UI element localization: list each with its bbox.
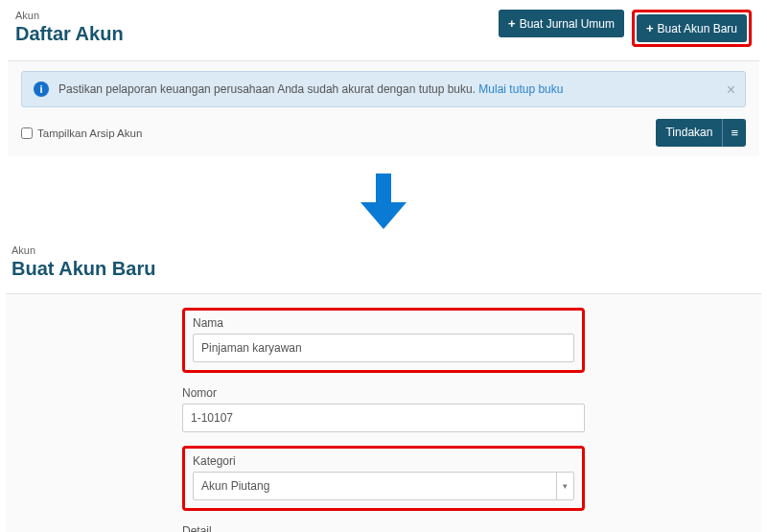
nomor-field-group: Nomor <box>182 386 585 432</box>
page-title: Daftar Akun <box>15 23 124 45</box>
close-icon[interactable]: × <box>727 81 735 99</box>
new-journal-label: Buat Jurnal Umum <box>520 17 615 31</box>
nama-input[interactable] <box>193 334 574 362</box>
archive-label-text: Tampilkan Arsip Akun <box>37 127 142 139</box>
alert-link[interactable]: Mulai tutup buku <box>478 82 563 96</box>
kategori-field-group: Kategori Akun Piutang ▾ <box>182 446 585 511</box>
chevron-down-icon: ▾ <box>556 473 573 499</box>
archive-checkbox[interactable] <box>21 127 33 139</box>
plus-icon: + <box>646 21 654 35</box>
new-account-label: Buat Akun Baru <box>658 22 737 35</box>
nomor-label: Nomor <box>182 386 585 400</box>
alert-text: Pastikan pelaporan keuangan perusahaan A… <box>58 82 476 96</box>
kategori-label: Kategori <box>193 454 574 468</box>
nomor-input[interactable] <box>182 404 585 432</box>
action-dropdown-button[interactable]: Tindakan ≡ <box>656 119 746 147</box>
breadcrumb-form: Akun <box>12 244 755 256</box>
kategori-value: Akun Piutang <box>201 479 269 493</box>
hamburger-icon: ≡ <box>722 119 746 147</box>
plus-icon: + <box>508 16 516 31</box>
info-icon: i <box>34 81 49 97</box>
new-journal-button[interactable]: + Buat Jurnal Umum <box>499 10 624 37</box>
nama-label: Nama <box>193 316 574 330</box>
info-alert: i Pastikan pelaporan keuangan perusahaan… <box>21 71 746 107</box>
action-label: Tindakan <box>656 119 722 147</box>
new-account-button[interactable]: + Buat Akun Baru <box>637 14 747 42</box>
form-page-title: Buat Akun Baru <box>12 258 755 280</box>
detail-field-group: Detail ▾ <box>182 524 585 532</box>
arrow-down-icon <box>0 173 767 229</box>
nama-field-group: Nama <box>182 308 585 373</box>
highlighted-new-account: + Buat Akun Baru <box>632 10 752 47</box>
breadcrumb: Akun <box>15 10 124 21</box>
archive-checkbox-label[interactable]: Tampilkan Arsip Akun <box>21 127 142 139</box>
detail-label: Detail <box>182 524 585 532</box>
kategori-select[interactable]: Akun Piutang ▾ <box>193 472 574 500</box>
